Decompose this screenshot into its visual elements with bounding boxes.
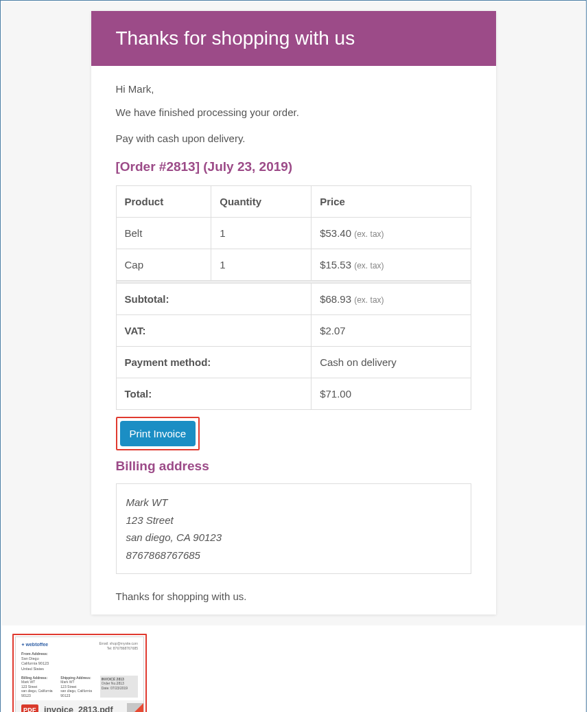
col-quantity: Quantity	[211, 186, 311, 218]
vat-value: $2.07	[311, 315, 471, 347]
thumb-bill-l3: san diego, California 90123	[21, 689, 56, 698]
payment-value: Cash on delivery	[311, 347, 471, 378]
cell-price: $53.40 (ex. tax)	[311, 218, 471, 249]
thumb-ship-l3: san diego, California 90123	[60, 689, 95, 698]
cell-product: Belt	[116, 218, 211, 249]
row-total: Total: $71.00	[116, 378, 471, 410]
cell-price: $15.53 (ex. tax)	[311, 249, 471, 281]
pdf-icon: PDF	[21, 704, 38, 712]
thumb-from-l2: California 90123	[21, 661, 138, 666]
thumb-inv-l2: Date: 07/23/2019	[102, 686, 137, 691]
col-product: Product	[116, 186, 211, 218]
price-value: $53.40	[320, 227, 351, 239]
billing-name: Mark WT	[126, 494, 461, 512]
email-card: Thanks for shopping with us Hi Mark, We …	[91, 11, 496, 615]
payment-label: Payment method:	[116, 347, 311, 378]
thumb-from-title: From Address:	[21, 652, 138, 656]
email-viewer-frame: Thanks for shopping with us Hi Mark, We …	[0, 0, 587, 712]
price-value: $68.93	[320, 293, 351, 305]
thanks-footer: Thanks for shopping with us.	[91, 581, 496, 615]
attachment-filebar: PDF invoice_2813.pdf	[16, 700, 143, 712]
attachment-filename: invoice_2813.pdf	[44, 705, 113, 712]
attachment-invoice-pdf[interactable]: Email: shop@mysite.com Tel: 876786876768…	[12, 634, 147, 712]
order-table: Product Quantity Price Belt 1 $53.40 (ex…	[116, 185, 471, 410]
processed-text: We have finished processing your order.	[116, 104, 471, 121]
row-vat: VAT: $2.07	[116, 315, 471, 347]
cell-quantity: 1	[211, 218, 311, 249]
total-label: Total:	[116, 378, 311, 410]
row-subtotal: Subtotal: $68.93 (ex. tax)	[116, 284, 471, 315]
thumb-brand: webtoffee	[26, 642, 49, 647]
greeting-text: Hi Mark,	[116, 81, 471, 97]
email-header: Thanks for shopping with us	[91, 11, 496, 66]
table-row: Belt 1 $53.40 (ex. tax)	[116, 218, 471, 249]
subtotal-label: Subtotal:	[116, 284, 311, 315]
vat-label: VAT:	[116, 315, 311, 347]
billing-phone: 8767868767685	[126, 547, 461, 564]
row-payment: Payment method: Cash on delivery	[116, 347, 471, 378]
col-price: Price	[311, 186, 471, 218]
attachments-row: Email: shop@mysite.com Tel: 876786876768…	[1, 625, 585, 712]
extax-note: (ex. tax)	[354, 229, 384, 239]
thumb-from-l3: United States	[21, 667, 138, 671]
billing-heading: Billing address	[116, 459, 471, 474]
extax-note: (ex. tax)	[354, 261, 384, 271]
email-body-container: Thanks for shopping with us Hi Mark, We …	[1, 1, 585, 625]
attachment-thumbnail: Email: shop@mysite.com Tel: 876786876768…	[16, 637, 143, 700]
table-row: Cap 1 $15.53 (ex. tax)	[116, 249, 471, 281]
total-value: $71.00	[311, 378, 471, 410]
header-title: Thanks for shopping with us	[116, 27, 355, 49]
price-value: $15.53	[320, 259, 351, 271]
page-fold-icon	[127, 703, 143, 712]
order-heading: [Order #2813] (July 23, 2019)	[116, 159, 471, 174]
subtotal-value: $68.93 (ex. tax)	[311, 284, 471, 315]
thumb-email: Email: shop@mysite.com	[99, 641, 138, 646]
billing-address-box: Mark WT 123 Street san diego, CA 90123 8…	[116, 483, 471, 574]
thumb-tel: Tel: 8767868767685	[99, 646, 138, 651]
extax-note: (ex. tax)	[354, 295, 384, 305]
thumb-from-l1: San Diego	[21, 656, 138, 661]
billing-street: 123 Street	[126, 512, 461, 529]
print-invoice-button[interactable]: Print Invoice	[120, 421, 196, 446]
billing-city: san diego, CA 90123	[126, 529, 461, 547]
email-content: Hi Mark, We have finished processing you…	[91, 66, 496, 581]
print-invoice-highlight: Print Invoice	[116, 417, 200, 450]
payment-instruction: Pay with cash upon delivery.	[116, 130, 471, 147]
cell-product: Cap	[116, 249, 211, 281]
cell-quantity: 1	[211, 249, 311, 281]
